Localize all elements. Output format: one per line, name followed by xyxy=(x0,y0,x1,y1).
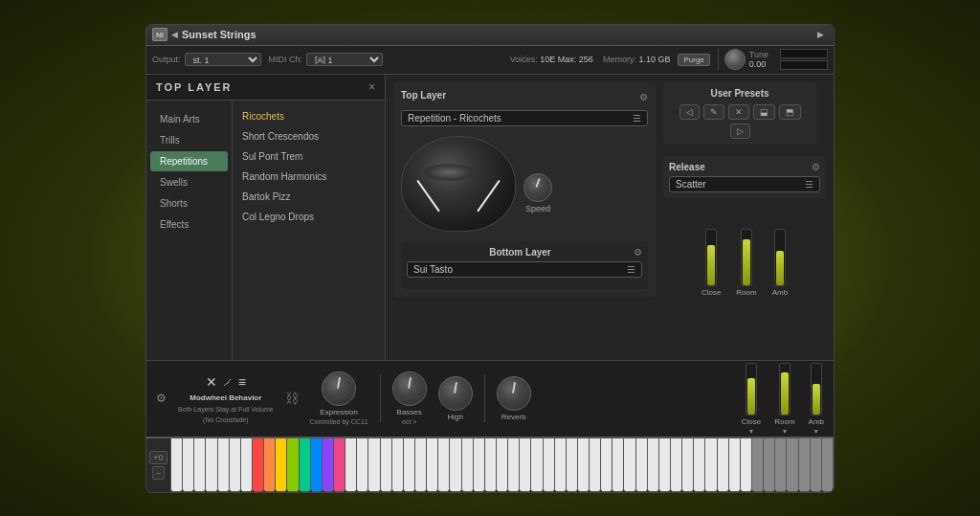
key-46[interactable] xyxy=(694,438,705,492)
key-16[interactable] xyxy=(345,438,357,492)
key-25[interactable] xyxy=(450,438,461,492)
key-29[interactable] xyxy=(497,438,508,492)
key-37[interactable] xyxy=(590,438,601,492)
key-26[interactable] xyxy=(462,438,474,492)
right-fader-amb-track[interactable] xyxy=(811,363,822,415)
reverb-knob-dial[interactable] xyxy=(497,376,531,411)
key-30[interactable] xyxy=(508,438,520,492)
settings-gear-icon[interactable]: ⚙ xyxy=(156,392,167,405)
preset-paste-button[interactable]: ⬒ xyxy=(779,104,801,120)
release-select[interactable]: Scatter ☰ xyxy=(669,176,820,192)
bottom-layer-gear-icon[interactable]: ⚙ xyxy=(634,247,642,258)
sub-item-ricochets[interactable]: Ricochets xyxy=(233,106,385,126)
sidebar-item-trills[interactable]: Trills xyxy=(150,130,228,150)
key-42[interactable] xyxy=(648,438,659,492)
key-27[interactable] xyxy=(474,438,485,492)
key-5[interactable] xyxy=(218,438,230,492)
key-4[interactable] xyxy=(206,438,217,492)
bottom-layer-select[interactable]: Sui Tasto ☰ xyxy=(407,261,642,278)
key-minus-button[interactable]: − xyxy=(152,466,165,480)
key-50[interactable] xyxy=(741,438,752,492)
key-32[interactable] xyxy=(531,438,543,492)
key-56[interactable] xyxy=(811,438,822,492)
preset-copy-button[interactable]: ⬓ xyxy=(753,104,775,120)
sidebar-item-shorts[interactable]: Shorts xyxy=(150,193,228,213)
key-44[interactable] xyxy=(671,438,682,492)
sub-item-sul-pont-trem[interactable]: Sul Pont Trem xyxy=(233,146,385,167)
mod-icon-x[interactable]: ✕ xyxy=(206,374,217,390)
sidebar-item-repetitions[interactable]: Repetitions xyxy=(150,151,228,171)
speed-knob[interactable] xyxy=(523,173,552,202)
sub-item-random-harmonics[interactable]: Random Harmonics xyxy=(233,167,385,187)
tune-knob[interactable] xyxy=(724,49,746,70)
key-23[interactable] xyxy=(427,438,438,492)
key-8[interactable] xyxy=(253,438,264,492)
preset-save-button[interactable]: ✎ xyxy=(703,104,724,120)
release-gear-icon[interactable]: ⚙ xyxy=(812,162,820,172)
key-54[interactable] xyxy=(787,438,798,492)
key-55[interactable] xyxy=(799,438,811,492)
key-17[interactable] xyxy=(357,438,368,492)
key-33[interactable] xyxy=(544,438,555,492)
sidebar-item-swells[interactable]: Swells xyxy=(150,172,228,192)
key-7[interactable] xyxy=(241,438,253,492)
mod-icon-eq[interactable]: ≡ xyxy=(238,374,246,390)
key-39[interactable] xyxy=(612,438,624,492)
right-fader-room-track[interactable] xyxy=(779,363,791,415)
high-knob-dial[interactable] xyxy=(438,376,473,411)
top-layer-select[interactable]: Repetition - Ricochets ☰ xyxy=(401,110,648,126)
key-19[interactable] xyxy=(381,438,392,492)
preset-prev-button[interactable]: ◁ xyxy=(679,104,700,120)
sub-item-bartok-pizz[interactable]: Bartok Pizz xyxy=(233,187,385,207)
key-36[interactable] xyxy=(578,438,590,492)
preset-delete-button[interactable]: ✕ xyxy=(728,104,749,120)
key-52[interactable] xyxy=(764,438,775,492)
preset-next-button[interactable]: ▷ xyxy=(730,123,750,139)
key-24[interactable] xyxy=(438,438,450,492)
key-2[interactable] xyxy=(183,438,194,492)
nav-arrow-left[interactable]: ◀ xyxy=(171,30,178,39)
key-45[interactable] xyxy=(682,438,694,492)
key-14[interactable] xyxy=(323,438,334,492)
key-18[interactable] xyxy=(368,438,380,492)
key-34[interactable] xyxy=(555,438,567,492)
key-9[interactable] xyxy=(264,438,276,492)
key-41[interactable] xyxy=(636,438,648,492)
midi-dropdown[interactable]: [A] 1 xyxy=(306,53,383,66)
sub-item-short-crescendos[interactable]: Short Crescendos xyxy=(233,126,385,146)
key-15[interactable] xyxy=(334,438,345,492)
key-22[interactable] xyxy=(415,438,427,492)
expression-knob-dial[interactable] xyxy=(322,371,356,406)
top-layer-gear-icon[interactable]: ⚙ xyxy=(639,92,648,102)
nav-arrow-right[interactable]: ▶ xyxy=(817,30,824,39)
sidebar-item-main-arts[interactable]: Main Arts xyxy=(150,109,228,129)
fader-room-track[interactable] xyxy=(741,229,752,286)
right-fader-close-track[interactable] xyxy=(746,363,757,415)
key-40[interactable] xyxy=(624,438,635,492)
fader-amb-track[interactable] xyxy=(774,229,786,286)
key-20[interactable] xyxy=(392,438,404,492)
key-51[interactable] xyxy=(752,438,764,492)
panel-close-button[interactable]: × xyxy=(368,80,375,94)
key-48[interactable] xyxy=(718,438,729,492)
key-plus-button[interactable]: +0 xyxy=(149,451,167,464)
mod-icon-slash[interactable]: ⟋ xyxy=(221,374,234,390)
key-12[interactable] xyxy=(300,438,311,492)
sidebar-item-effects[interactable]: Effects xyxy=(150,214,228,235)
basses-knob-dial[interactable] xyxy=(392,371,427,406)
key-57[interactable] xyxy=(822,438,834,492)
key-49[interactable] xyxy=(729,438,741,492)
key-28[interactable] xyxy=(485,438,497,492)
key-10[interactable] xyxy=(276,438,287,492)
key-31[interactable] xyxy=(520,438,531,492)
key-3[interactable] xyxy=(194,438,206,492)
purge-button[interactable]: Purge xyxy=(678,54,709,66)
key-35[interactable] xyxy=(567,438,578,492)
key-1[interactable] xyxy=(171,438,183,492)
key-43[interactable] xyxy=(659,438,671,492)
key-11[interactable] xyxy=(287,438,299,492)
key-38[interactable] xyxy=(601,438,612,492)
key-53[interactable] xyxy=(775,438,787,492)
fader-close-track[interactable] xyxy=(705,229,717,286)
key-21[interactable] xyxy=(404,438,415,492)
